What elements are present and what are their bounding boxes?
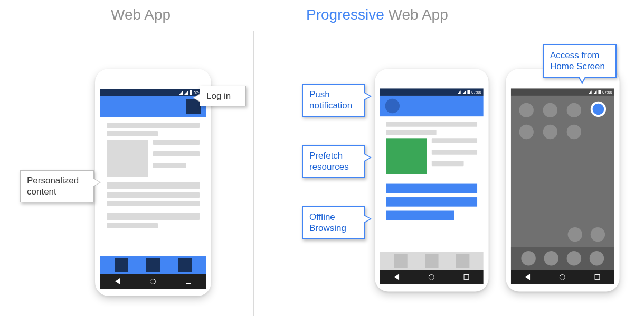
dock-icon[interactable] [521, 251, 535, 265]
home-icon[interactable] [560, 274, 565, 280]
callout-homescreen: Access from Home Screen [543, 44, 617, 78]
app-icon[interactable] [543, 103, 557, 117]
image-placeholder [107, 140, 148, 177]
wifi-icon [184, 91, 188, 95]
text-placeholder [386, 130, 437, 135]
android-nav-bar [511, 270, 614, 284]
callout-tail-icon [578, 77, 586, 84]
text-placeholder [432, 138, 477, 143]
callout-prefetch-label: Prefetch resources [309, 151, 349, 172]
wifi-icon [593, 90, 597, 94]
offline-content-bar [386, 211, 454, 220]
bottom-nav [380, 252, 484, 270]
nav-item[interactable] [456, 254, 469, 268]
callout-homescreen-label: Access from Home Screen [550, 50, 605, 71]
pwa-home-icon[interactable] [591, 102, 606, 117]
title-web-app: Web App [111, 6, 171, 23]
nav-item[interactable] [146, 258, 160, 272]
home-dock [511, 247, 614, 270]
callout-tail-icon [193, 94, 200, 102]
app-icon[interactable] [519, 103, 533, 117]
nav-item[interactable] [115, 258, 128, 272]
recent-icon[interactable] [594, 274, 600, 280]
signal-icon [179, 91, 183, 95]
battery-icon [598, 90, 601, 94]
battery-icon [190, 90, 192, 95]
text-placeholder [153, 140, 200, 145]
app-icon[interactable] [591, 227, 605, 242]
text-placeholder [107, 182, 200, 189]
callout-login-label: Log in [206, 91, 231, 101]
callout-personalized: Personalized content [20, 170, 94, 202]
status-bar: 07:00 [100, 89, 206, 96]
phone-pwa-app: 07:00 [375, 69, 489, 291]
text-placeholder [153, 163, 186, 168]
vertical-divider [253, 31, 254, 316]
nav-item[interactable] [394, 254, 407, 268]
callout-push-label: Push notification [309, 89, 352, 110]
dock-icon[interactable] [590, 251, 604, 265]
clock-text: 07:00 [602, 90, 612, 94]
signal-icon [457, 90, 461, 94]
phone-pwa-home: 07:00 [506, 69, 620, 291]
title-pwa-accent: Progressive [306, 6, 384, 23]
text-placeholder [107, 201, 200, 206]
app-icon[interactable] [567, 103, 581, 117]
callout-offline: Offline Browsing [302, 206, 365, 239]
home-icon[interactable] [150, 279, 156, 284]
callout-tail-icon [93, 178, 101, 187]
phone-webapp: 07:00 [95, 69, 211, 296]
text-placeholder [432, 150, 477, 155]
bottom-nav [100, 256, 206, 274]
text-placeholder [153, 151, 200, 156]
callout-tail-icon [364, 92, 372, 100]
push-notification-indicator[interactable] [385, 99, 400, 113]
callout-personalized-label: Personalized content [27, 176, 79, 197]
callout-offline-label: Offline Browsing [309, 212, 346, 233]
nav-item[interactable] [425, 254, 438, 268]
wifi-icon [462, 90, 466, 94]
title-pwa: Progressive Web App [306, 6, 448, 23]
prefetched-image-placeholder [386, 138, 427, 174]
callout-tail-icon [364, 153, 372, 162]
title-pwa-rest: Web App [384, 6, 448, 23]
content-area [380, 116, 484, 252]
back-icon[interactable] [526, 274, 531, 280]
nav-item[interactable] [178, 258, 192, 272]
app-icon[interactable] [543, 125, 557, 139]
text-placeholder [107, 123, 200, 128]
dock-icon[interactable] [544, 251, 558, 265]
back-icon[interactable] [395, 274, 400, 280]
clock-text: 07:00 [471, 90, 481, 94]
android-nav-bar [380, 270, 484, 284]
status-bar: 07:00 [380, 88, 484, 96]
callout-login: Log in [200, 86, 246, 106]
android-nav-bar [100, 274, 206, 289]
content-area [100, 117, 206, 256]
callout-tail-icon [364, 215, 372, 223]
callout-push: Push notification [302, 84, 365, 117]
text-placeholder [107, 213, 200, 220]
app-icon[interactable] [567, 125, 581, 139]
home-screen [511, 96, 614, 270]
back-icon[interactable] [115, 278, 120, 284]
app-icon[interactable] [519, 125, 533, 139]
battery-icon [467, 90, 470, 94]
signal-icon [588, 90, 592, 94]
app-icon[interactable] [568, 227, 582, 242]
text-placeholder [107, 223, 158, 228]
text-placeholder [432, 161, 463, 166]
status-bar: 07:00 [511, 88, 614, 96]
home-icon[interactable] [429, 274, 434, 280]
callout-prefetch: Prefetch resources [302, 145, 365, 178]
offline-content-bar [386, 197, 477, 207]
text-placeholder [386, 122, 477, 127]
text-placeholder [107, 131, 158, 136]
text-placeholder [107, 192, 200, 198]
dock-icon[interactable] [567, 251, 581, 265]
offline-content-bar [386, 184, 477, 193]
recent-icon[interactable] [186, 279, 191, 284]
recent-icon[interactable] [463, 274, 469, 280]
app-bar [100, 96, 206, 117]
app-bar [380, 96, 484, 116]
